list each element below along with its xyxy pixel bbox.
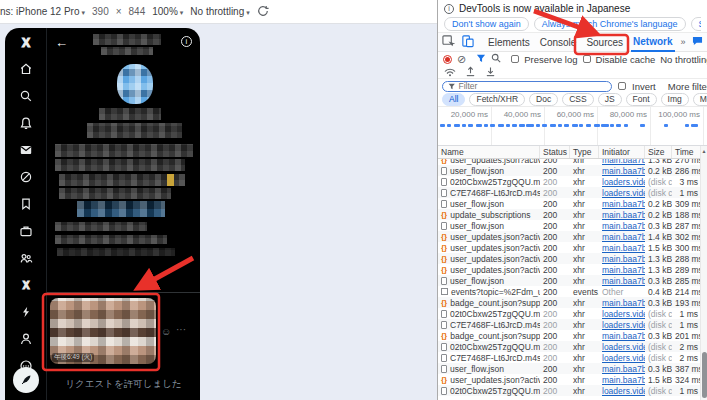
initiator-link[interactable]: loaders.video.Pl [602,342,645,352]
table-row[interactable]: 02t0Cbxw25TzgQQU.m4s200xhrloaders.video.… [438,176,701,187]
initiator-link[interactable]: main.baa7b85a.j [602,298,645,308]
table-row[interactable]: {}user_updates.json?active_c…200xhrmain.… [438,159,701,165]
initiator-link[interactable]: main.baa7b85a.j [602,254,645,264]
switch-devtools-button[interactable]: Switch DevTools t [691,17,701,31]
table-row[interactable]: 02t0Cbxw25TzgQQU.m4s200xhrloaders.video.… [438,308,701,319]
column-header-type[interactable]: Type [570,146,599,158]
chip-font[interactable]: Font [626,93,657,106]
dm-image-message[interactable]: 午後6:49 (火) [50,298,156,364]
table-row[interactable]: user_flow.json200xhrmain.baa7b85a.j0.2 k… [438,165,701,176]
filter-input[interactable] [458,81,606,91]
table-row[interactable]: {}user_updates.json?active_c…200xhrmain.… [438,264,701,275]
reaction-icon[interactable]: ☺ [161,326,171,337]
sidebar-item-notifications-icon[interactable] [19,116,33,130]
initiator-link[interactable]: main.baa7b85a.j [602,276,645,286]
chip-js[interactable]: JS [598,93,622,106]
sidebar-item-messages-icon[interactable] [19,143,33,157]
filter-funnel-icon[interactable] [476,54,486,65]
table-row[interactable]: {}badge_count.json?support…200xhrmain.ba… [438,330,701,341]
table-row[interactable]: C7E7468F-Lt6JrcD.m4s200xhrloaders.video.… [438,187,701,198]
zoom-select[interactable]: 100%▾ [152,6,183,17]
initiator-link[interactable]: loaders.video.Pl [602,188,645,198]
column-header-name[interactable]: Name [438,146,540,158]
initiator-link[interactable]: main.baa7b85a.j [602,375,645,385]
preserve-log-checkbox[interactable] [511,55,519,63]
info-icon[interactable]: i [181,36,192,47]
import-har-icon[interactable] [465,66,476,79]
device-type-select[interactable]: ns: iPhone 12 Pro▾ [0,6,85,17]
table-row[interactable]: {}user_updates.json?active_c…200xhrmain.… [438,242,701,253]
viewport-height-field[interactable]: 844 [129,6,146,17]
more-options-icon[interactable]: ··· [176,324,186,335]
sidebar-item-premium-icon[interactable]: X [19,278,33,292]
dont-show-again-button[interactable]: Don't show again [444,17,529,31]
sidebar-item-bookmarks-icon[interactable] [19,197,33,211]
column-header-status[interactable]: Status [540,146,570,158]
sidebar-item-communities-icon[interactable] [19,251,33,265]
chip-media[interactable]: Media [693,93,707,106]
table-row[interactable]: {}update_subscriptions200xhrmain.baa7b85… [438,209,701,220]
initiator-link[interactable]: main.baa7b85a.j [602,166,645,176]
table-row[interactable]: 02t0Cbxw25TzgQQU.m4s200xhrloaders.video.… [438,341,701,352]
table-row[interactable]: user_flow.json200xhrmain.baa7b85a.j0.3 k… [438,363,701,374]
match-language-button[interactable]: Always match Chrome's language [534,17,686,31]
table-row[interactable]: C7E7468F-Lt6JrcD.m4s200xhrloaders.video.… [438,319,701,330]
column-header-size[interactable]: Size [645,146,672,158]
table-row[interactable]: {}user_updates.json?active_c…200xhrmain.… [438,253,701,264]
export-har-icon[interactable] [485,66,496,79]
initiator-link[interactable]: main.baa7b85a.j [602,221,645,231]
inspect-element-icon[interactable] [442,35,455,50]
chip-img[interactable]: Img [661,93,689,106]
network-conditions-icon[interactable] [444,66,456,79]
table-row[interactable]: {}badge_count.json?support…200xhrmain.ba… [438,297,701,308]
more-tabs-icon[interactable]: » [681,37,686,47]
scrollbar[interactable]: ▲ [700,146,707,400]
table-row[interactable]: C7E7468F-Lt6JrcD.m4s200xhrloaders.video.… [438,352,701,363]
table-row[interactable]: 02t0Cbxw25TzgQQU.m4s200xhrloaders.video.… [438,385,701,396]
table-row[interactable]: {}user_updates.json?active_c…200xhrmain.… [438,231,701,242]
sidebar-item-profile-icon[interactable] [19,332,33,346]
more-filters-button[interactable]: More filters ▾ [668,81,707,92]
initiator-link[interactable]: loaders.video.Pl [602,177,645,187]
viewport-width-field[interactable]: 390 [92,6,109,17]
throttle-select[interactable]: No throttling▾ [190,6,249,17]
device-toolbar-icon[interactable] [461,35,474,50]
initiator-link[interactable]: main.baa7b85a.j [602,159,645,165]
table-row[interactable]: user_flow.json200xhrmain.baa7b85a.j0.2 k… [438,198,701,209]
initiator-link[interactable]: loaders.video.Pl [602,353,645,363]
sidebar-item-search-icon[interactable] [19,89,33,103]
throttling-select[interactable]: No throttling ▾ [660,54,707,65]
sidebar-item-home-icon[interactable] [19,62,33,76]
tab-sources[interactable]: Sources [584,33,625,52]
initiator-link[interactable]: main.baa7b85a.j [602,210,645,220]
initiator-link[interactable]: main.baa7b85a.j [602,232,645,242]
record-icon[interactable] [443,55,452,64]
initiator-link[interactable]: main.baa7b85a.j [602,265,645,275]
sidebar-item-verified-orgs-icon[interactable] [19,305,33,319]
back-arrow-icon[interactable]: ← [55,36,68,49]
table-row[interactable]: user_flow.json200xhrmain.baa7b85a.j0.3 k… [438,275,701,286]
initiator-link[interactable]: main.baa7b85a.j [602,199,645,209]
disable-cache-checkbox[interactable] [583,55,591,63]
sidebar-item-jobs-icon[interactable] [19,224,33,238]
issues-bubble-icon[interactable] [692,36,703,48]
column-header-time[interactable]: Time [672,146,701,158]
tab-console[interactable]: Console [538,33,579,52]
avatar[interactable] [117,64,153,104]
compose-button[interactable] [13,367,39,393]
search-icon[interactable] [491,53,501,65]
tab-elements[interactable]: Elements [486,33,532,52]
chip-all[interactable]: All [442,93,465,106]
table-row[interactable]: events?topic=%2Fdm_upd…200events…Other0.… [438,286,701,297]
network-overview-timeline[interactable]: 20,000 ms40,000 ms60,000 ms80,000 ms100,… [438,107,707,146]
chip-fetch-xhr[interactable]: Fetch/XHR [469,93,525,106]
clear-icon[interactable]: ⊘ [457,54,466,64]
column-header-initiator[interactable]: Initiator [599,146,645,158]
initiator-link[interactable]: main.baa7b85a.j [602,331,645,341]
table-row[interactable]: user_flow.json200xhrmain.baa7b85a.j0.3 k… [438,220,701,231]
initiator-link[interactable]: main.baa7b85a.j [602,243,645,253]
scrollbar-up-arrow[interactable]: ▲ [701,148,707,154]
initiator-link[interactable]: loaders.video.Pl [602,386,645,396]
invert-checkbox[interactable] [618,82,626,90]
rotate-icon[interactable] [257,5,269,19]
